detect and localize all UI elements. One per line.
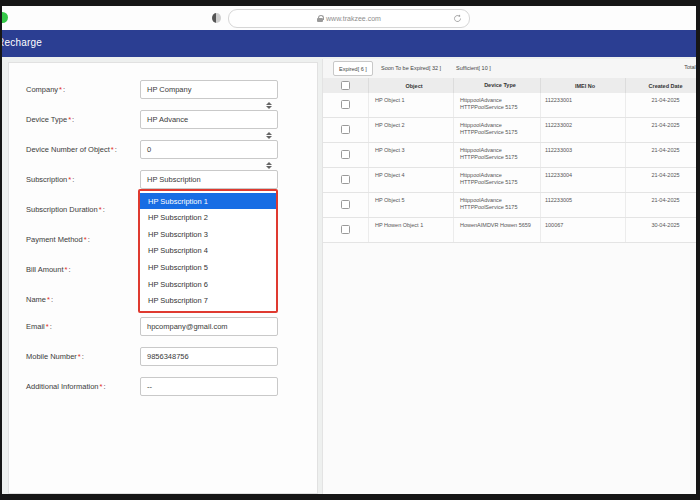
address-bar[interactable]: www.trakzee.com	[228, 9, 470, 28]
device-type-line1: HttppoolAdvance	[460, 197, 540, 204]
row-checkbox-cell	[323, 193, 369, 217]
label-text: Subscription Duration	[26, 205, 98, 214]
required-asterisk: *	[65, 265, 68, 274]
device-type-line2: HTTPPoolService 5175	[460, 204, 540, 211]
dropdown-option-hp-subscription-3[interactable]: HP Subscription 3	[140, 226, 276, 242]
field-input-company[interactable]: HP Company	[140, 80, 278, 99]
field-input-mobile-number[interactable]: 9856348756	[140, 347, 278, 366]
cell-device-type: HttppoolAdvanceHTTPPoolService 5175	[454, 93, 541, 117]
device-type-line2: HTTPPoolService 5175	[460, 104, 540, 111]
dropdown-option-hp-subscription-2[interactable]: HP Subscription 2	[140, 210, 276, 226]
cell-object: HP Object 2	[369, 118, 454, 142]
field-input-email[interactable]: hpcompany@gmail.com	[140, 317, 278, 336]
table-row-hp-object-2[interactable]: HP Object 2HttppoolAdvanceHTTPPoolServic…	[323, 118, 696, 143]
cell-created-date: 21-04-2025	[626, 93, 696, 117]
device-type-line1: HttppoolAdvance	[460, 122, 540, 129]
url-text: www.trakzee.com	[326, 15, 381, 22]
lock-icon	[317, 15, 323, 22]
table-row-hp-object-3[interactable]: HP Object 3HttppoolAdvanceHTTPPoolServic…	[323, 143, 696, 168]
required-asterisk: *	[47, 295, 50, 304]
field-label-email: Email* :	[26, 317, 52, 336]
row-checkbox[interactable]	[341, 175, 350, 184]
cell-created-date: 21-04-2025	[626, 168, 696, 192]
table-row-hp-object-5[interactable]: HP Object 5HttppoolAdvanceHTTPPoolServic…	[323, 193, 696, 218]
browser-chrome: www.trakzee.com	[2, 6, 696, 31]
row-checkbox-cell	[323, 168, 369, 192]
table-row-hp-object-4[interactable]: HP Object 4HttppoolAdvanceHTTPPoolServic…	[323, 168, 696, 193]
tab-expired-6[interactable]: Expired[ 6 ]	[333, 61, 373, 76]
field-input-device-type[interactable]: HP Advance	[140, 110, 278, 129]
cell-object: HP Object 4	[369, 168, 454, 192]
label-text: Name	[26, 295, 46, 304]
form-row-subscription: Subscription* :HP Subscription	[9, 170, 317, 189]
label-text: Device Type	[26, 115, 67, 124]
table-header-row: ObjectDevice TypeIMEI NoCreated Date	[323, 78, 696, 94]
dropdown-option-hp-subscription-1[interactable]: HP Subscription 1	[140, 193, 276, 209]
field-label-subscription: Subscription* :	[26, 170, 74, 189]
row-checkbox[interactable]	[341, 225, 350, 234]
device-type-line1: HttppoolAdvance	[460, 147, 540, 154]
required-asterisk: *	[78, 352, 81, 361]
required-asterisk: *	[46, 322, 49, 331]
required-asterisk: *	[111, 145, 114, 154]
privacy-shield-icon[interactable]	[212, 13, 221, 23]
device-type-line1: HowenAIMDVR Howen 5659	[460, 222, 540, 229]
page-title: Recharge	[2, 37, 42, 48]
row-checkbox[interactable]	[341, 200, 350, 209]
table-row-hp-howen-object-1[interactable]: HP Howen Object 1HowenAIMDVR Howen 56591…	[323, 218, 696, 243]
cell-object: HP Object 1	[369, 93, 454, 117]
dropdown-option-hp-subscription-4[interactable]: HP Subscription 4	[140, 243, 276, 259]
status-tabstrip: Total Se Expired[ 6 ]Soon To be Expired[…	[323, 59, 696, 79]
cell-object: HP Object 3	[369, 143, 454, 167]
field-label-subscription-duration: Subscription Duration* :	[26, 200, 105, 219]
header-select-all-cell	[323, 78, 369, 93]
dropdown-option-hp-subscription-6[interactable]: HP Subscription 6	[140, 276, 276, 292]
form-row-additional-information: Additional Information* :--	[9, 377, 317, 396]
reload-icon[interactable]	[453, 14, 462, 23]
row-checkbox-cell	[323, 143, 369, 167]
row-checkbox[interactable]	[341, 150, 350, 159]
label-suffix: :	[72, 115, 74, 124]
screenshot-frame: www.trakzee.com Recharge Company* :HP Co…	[0, 0, 700, 500]
window-control-green[interactable]	[2, 12, 8, 23]
label-suffix: :	[82, 352, 84, 361]
required-asterisk: *	[68, 175, 71, 184]
row-checkbox[interactable]	[341, 100, 350, 109]
label-suffix: :	[63, 85, 65, 94]
dropdown-option-hp-subscription-5[interactable]: HP Subscription 5	[140, 260, 276, 276]
field-input-additional-information[interactable]: --	[140, 377, 278, 396]
cell-imei: 112233004	[541, 168, 626, 192]
stepper-device-type-icon[interactable]	[264, 132, 274, 140]
dropdown-option-hp-subscription-7[interactable]: HP Subscription 7	[140, 293, 276, 309]
label-suffix: :	[103, 205, 105, 214]
table-row-hp-object-1[interactable]: HP Object 1HttppoolAdvanceHTTPPoolServic…	[323, 93, 696, 118]
label-text: Payment Method	[26, 235, 83, 244]
field-label-additional-information: Additional Information* :	[26, 377, 106, 396]
form-row-device-number-of-object: Device Number of Object* :0	[9, 140, 317, 159]
recharge-form-panel: Company* :HP CompanyDevice Type* :HP Adv…	[8, 62, 318, 494]
label-suffix: :	[68, 265, 70, 274]
cell-imei: 112233002	[541, 118, 626, 142]
cell-imei: 112233001	[541, 93, 626, 117]
stepper-company-icon[interactable]	[264, 102, 274, 110]
stepper-up-icon	[266, 132, 272, 135]
tab-soon-to-be-expired-32[interactable]: Soon To be Expired[ 32 ]	[376, 61, 446, 74]
cell-imei: 112233003	[541, 143, 626, 167]
row-checkbox[interactable]	[341, 125, 350, 134]
stepper-up-icon	[266, 162, 272, 165]
tab-sufficient-10[interactable]: Sufficient[ 10 ]	[451, 61, 496, 74]
required-asterisk: *	[59, 85, 62, 94]
cell-imei: 100067	[541, 218, 626, 242]
device-table-panel: Total Se Expired[ 6 ]Soon To be Expired[…	[322, 59, 696, 494]
cell-created-date: 21-04-2025	[626, 193, 696, 217]
header-cell-object: Object	[369, 78, 454, 93]
row-checkbox-cell	[323, 118, 369, 142]
label-suffix: :	[115, 145, 117, 154]
field-input-device-number-of-object[interactable]: 0	[140, 140, 278, 159]
required-asterisk: *	[84, 235, 87, 244]
select-all-checkbox[interactable]	[341, 81, 350, 90]
label-text: Bill Amount	[26, 265, 64, 274]
label-text: Device Number of Object	[26, 145, 110, 154]
field-input-subscription[interactable]: HP Subscription	[140, 170, 278, 189]
stepper-device-number-of-object-icon[interactable]	[264, 162, 274, 170]
